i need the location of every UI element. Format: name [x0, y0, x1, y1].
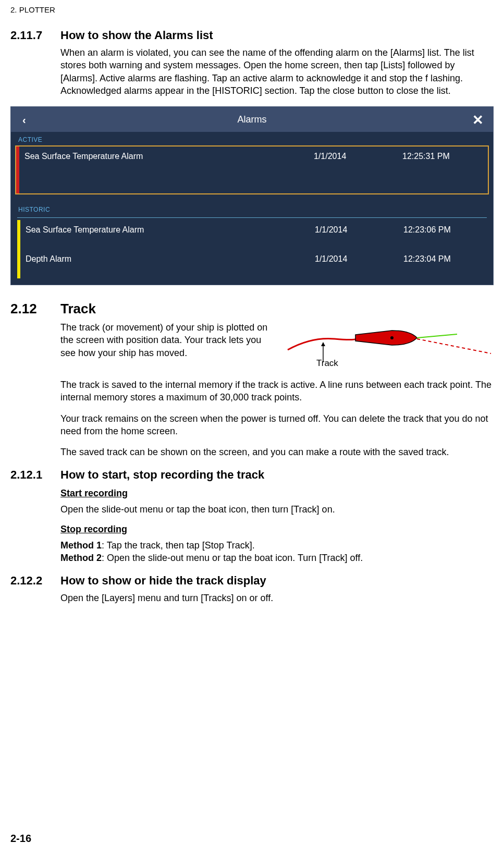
- figure-caption: Track: [316, 358, 338, 370]
- alarms-title: Alarms: [237, 114, 266, 125]
- method-label: Method 1: [60, 540, 102, 551]
- paragraph-text: When an alarm is violated, you can see t…: [60, 46, 494, 97]
- alarms-list-figure: ‹ Alarms ✕ ACTIVE Sea Surface Temperatur…: [10, 106, 494, 285]
- alarms-header-bar: ‹ Alarms ✕: [11, 107, 493, 132]
- track-figure: Track: [285, 321, 494, 378]
- subheading-stop-recording: Stop recording: [60, 524, 494, 535]
- section-label-active: ACTIVE: [11, 132, 493, 145]
- alarm-time: 12:23:04 PM: [403, 249, 487, 269]
- paragraph-text: The track is saved to the internal memor…: [60, 378, 494, 404]
- heading-title: Track: [60, 301, 494, 317]
- paragraph: When an alarm is violated, you can see t…: [60, 46, 494, 97]
- method-label: Method 2: [60, 553, 102, 563]
- alarm-time: 12:23:06 PM: [403, 220, 487, 240]
- paragraph-text: The saved track can be shown on the scre…: [60, 446, 494, 458]
- paragraph: Open the [Layers] menu and turn [Tracks]…: [60, 592, 494, 604]
- subheading-start-recording: Start recording: [60, 488, 494, 499]
- severity-stripe-icon: [16, 146, 19, 193]
- heading-2-12-1: 2.12.1 How to start, stop recording the …: [10, 468, 494, 482]
- heading-2-12-2: 2.12.2 How to show or hide the track dis…: [10, 574, 494, 588]
- heading-number: 2.12: [10, 301, 60, 317]
- alarms-body: ACTIVE Sea Surface Temperature Alarm 1/1…: [11, 132, 493, 285]
- boat-icon: [285, 321, 494, 378]
- table-row: Sea Surface Temperature Alarm 1/1/2014 1…: [16, 146, 488, 193]
- table-row[interactable]: Depth Alarm 1/1/2014 12:23:04 PM: [11, 249, 493, 278]
- heading-number: 2.12.1: [10, 468, 60, 482]
- paragraph: Method 1: Tap the track, then tap [Stop …: [60, 539, 494, 565]
- svg-point-0: [390, 336, 394, 339]
- paragraph: Open the slide-out menu or tap the boat …: [60, 503, 494, 516]
- active-alarm-frame[interactable]: Sea Surface Temperature Alarm 1/1/2014 1…: [15, 145, 489, 194]
- paragraph-text: Your track remains on the screen when th…: [60, 412, 494, 438]
- alarm-time: 12:25:31 PM: [402, 146, 486, 166]
- back-icon[interactable]: ‹: [22, 114, 26, 126]
- paragraph-text: The track (or movement) of your ship is …: [60, 321, 269, 359]
- heading-title: How to show or hide the track display: [60, 574, 494, 588]
- divider: [17, 217, 487, 218]
- page-number: 2-16: [10, 833, 31, 845]
- heading-number: 2.11.7: [10, 29, 60, 42]
- alarm-date: 1/1/2014: [315, 249, 403, 269]
- heading-title: How to start, stop recording the track: [60, 468, 494, 482]
- severity-stripe-icon: [17, 220, 20, 249]
- paragraph-block: The track (or movement) of your ship is …: [60, 321, 494, 458]
- alarm-name: Depth Alarm: [26, 249, 315, 269]
- heading-number: 2.12.2: [10, 574, 60, 588]
- heading-2-12: 2.12 Track: [10, 301, 494, 317]
- alarm-date: 1/1/2014: [315, 220, 403, 240]
- alarm-date: 1/1/2014: [314, 146, 402, 166]
- section-label-historic: HISTORIC: [11, 202, 493, 215]
- table-row[interactable]: Sea Surface Temperature Alarm 1/1/2014 1…: [11, 220, 493, 249]
- method-body: : Open the slide-out menu or tap the boa…: [102, 553, 363, 563]
- alarm-name: Sea Surface Temperature Alarm: [26, 220, 315, 240]
- svg-line-1: [417, 334, 457, 338]
- paragraph-text: Open the slide-out menu or tap the boat …: [60, 503, 494, 516]
- running-header: 2. PLOTTER: [10, 5, 494, 14]
- heading-2-11-7: 2.11.7 How to show the Alarms list: [10, 29, 494, 42]
- method-body: : Tap the track, then tap [Stop Track].: [102, 540, 255, 551]
- heading-title: How to show the Alarms list: [60, 29, 494, 42]
- svg-line-2: [417, 339, 491, 353]
- paragraph-text: Open the [Layers] menu and turn [Tracks]…: [60, 592, 494, 604]
- severity-stripe-icon: [17, 249, 20, 278]
- paragraph-text: Method 1: Tap the track, then tap [Stop …: [60, 539, 494, 552]
- alarm-name: Sea Surface Temperature Alarm: [24, 146, 314, 166]
- paragraph-text: Method 2: Open the slide-out menu or tap…: [60, 552, 494, 564]
- svg-marker-4: [321, 342, 325, 346]
- close-icon[interactable]: ✕: [472, 112, 484, 128]
